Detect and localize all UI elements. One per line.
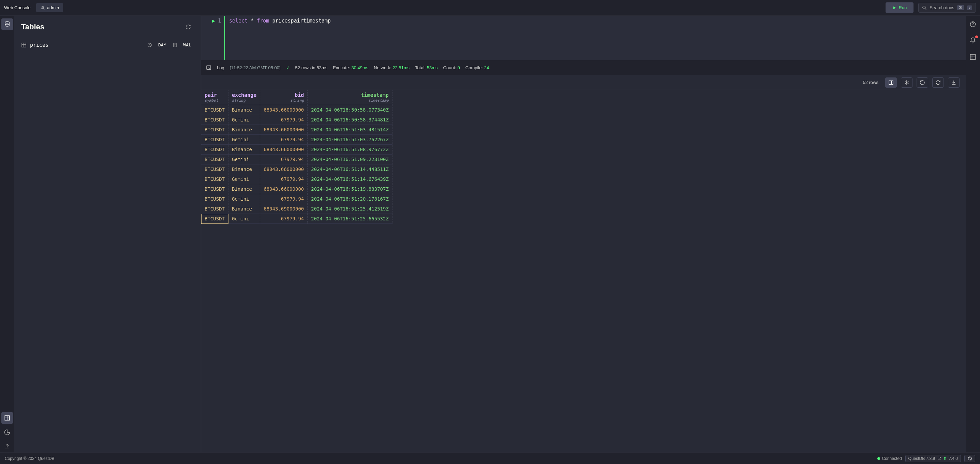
- column-header-exchange[interactable]: exchangestring: [229, 90, 260, 105]
- editor-pane: ▶1 select * from pricespairtimestamp Log…: [201, 16, 966, 453]
- cell[interactable]: Gemini: [229, 155, 260, 164]
- refresh-icon: [935, 80, 941, 85]
- table-row[interactable]: BTCUSDTGemini67979.942024-04-06T16:50:58…: [201, 115, 392, 125]
- table-item-prices[interactable]: prices DAY WAL: [14, 38, 201, 51]
- cell[interactable]: Binance: [229, 164, 260, 174]
- version-badge[interactable]: QuestDB 7.3.9 ⬆ 7.4.0: [905, 455, 961, 462]
- log-rowcount: 52 rows in 53ms: [295, 65, 328, 70]
- user-chip[interactable]: admin: [36, 3, 63, 12]
- nav-import[interactable]: [2, 441, 13, 453]
- cell[interactable]: Gemini: [229, 174, 260, 184]
- kbd-cmd: ⌘: [957, 5, 964, 10]
- log-bar: Log [11:52:22 AM GMT-05:00] ✓ 52 rows in…: [201, 60, 966, 75]
- cell[interactable]: 2024-04-06T16:51:20.178167Z: [307, 194, 393, 204]
- cell[interactable]: 2024-04-06T16:51:08.976772Z: [307, 145, 393, 155]
- cell[interactable]: BTCUSDT: [201, 105, 229, 115]
- cell[interactable]: BTCUSDT: [201, 194, 229, 204]
- search-docs[interactable]: Search docs ⌘ k: [918, 3, 976, 13]
- column-header-bid[interactable]: bidstring: [260, 90, 307, 105]
- cell[interactable]: 2024-04-06T16:51:03.762267Z: [307, 135, 393, 145]
- cell[interactable]: BTCUSDT: [201, 115, 229, 125]
- table-row[interactable]: BTCUSDTBinance68043.660000002024-04-06T1…: [201, 164, 392, 174]
- create-table-button[interactable]: [967, 51, 978, 63]
- download-csv-button[interactable]: [948, 77, 959, 88]
- notifications-button[interactable]: [967, 35, 978, 46]
- cell[interactable]: 68043.66000000: [260, 145, 307, 155]
- table-row[interactable]: BTCUSDTGemini67979.942024-04-06T16:51:25…: [201, 214, 392, 224]
- cell[interactable]: BTCUSDT: [201, 214, 229, 224]
- cell[interactable]: Binance: [229, 204, 260, 214]
- help-button[interactable]: [967, 18, 978, 30]
- cell[interactable]: Binance: [229, 125, 260, 135]
- cell[interactable]: 68043.69000000: [260, 204, 307, 214]
- nav-chart-view[interactable]: [2, 426, 13, 438]
- cell[interactable]: 2024-04-06T16:51:03.481514Z: [307, 125, 393, 135]
- column-header-pair[interactable]: pairsymbol: [201, 90, 229, 105]
- table-row[interactable]: BTCUSDTBinance68043.660000002024-04-06T1…: [201, 125, 392, 135]
- cell[interactable]: 2024-04-06T16:51:14.448511Z: [307, 164, 393, 174]
- run-line-icon[interactable]: ▶: [212, 18, 215, 24]
- cell[interactable]: Gemini: [229, 214, 260, 224]
- column-header-timestamp[interactable]: timestamptimestamp: [307, 90, 393, 105]
- table-row[interactable]: BTCUSDTBinance68043.660000002024-04-06T1…: [201, 184, 392, 194]
- cell[interactable]: BTCUSDT: [201, 174, 229, 184]
- cell[interactable]: BTCUSDT: [201, 184, 229, 194]
- cell[interactable]: 67979.94: [260, 115, 307, 125]
- cell[interactable]: Binance: [229, 184, 260, 194]
- nav-database[interactable]: [2, 18, 13, 30]
- run-button[interactable]: Run: [886, 2, 913, 13]
- cell[interactable]: 68043.66000000: [260, 164, 307, 174]
- cell[interactable]: BTCUSDT: [201, 155, 229, 164]
- database-icon: [4, 21, 10, 27]
- cell[interactable]: 2024-04-06T16:51:09.223100Z: [307, 155, 393, 164]
- refresh-tables-button[interactable]: [183, 21, 194, 33]
- cell[interactable]: 68043.66000000: [260, 125, 307, 135]
- cell[interactable]: 2024-04-06T16:51:19.883707Z: [307, 184, 393, 194]
- table-row[interactable]: BTCUSDTGemini67979.942024-04-06T16:51:20…: [201, 194, 392, 204]
- cell[interactable]: Gemini: [229, 194, 260, 204]
- cell[interactable]: 67979.94: [260, 155, 307, 164]
- cell[interactable]: BTCUSDT: [201, 125, 229, 135]
- cell[interactable]: Gemini: [229, 115, 260, 125]
- table-row[interactable]: BTCUSDTBinance68043.660000002024-04-06T1…: [201, 145, 392, 155]
- freeze-column-button[interactable]: [901, 77, 913, 88]
- cell[interactable]: 2024-04-06T16:50:58.077340Z: [307, 105, 393, 115]
- cell[interactable]: 67979.94: [260, 194, 307, 204]
- cell[interactable]: 67979.94: [260, 135, 307, 145]
- log-timestamp: [11:52:22 AM GMT-05:00]: [230, 65, 281, 70]
- snowflake-icon: [904, 80, 909, 85]
- cell[interactable]: 67979.94: [260, 214, 307, 224]
- cell[interactable]: Binance: [229, 105, 260, 115]
- search-icon: [922, 5, 927, 10]
- sidebar-heading: Tables: [21, 22, 45, 31]
- cell[interactable]: 68043.66000000: [260, 105, 307, 115]
- editor-code[interactable]: select * from pricespairtimestamp: [225, 16, 335, 60]
- connection-status: Connected: [877, 456, 902, 461]
- partition-badge: DAY: [156, 41, 169, 48]
- cell[interactable]: 68043.66000000: [260, 184, 307, 194]
- refresh-results-button[interactable]: [932, 77, 944, 88]
- cell[interactable]: BTCUSDT: [201, 145, 229, 155]
- cell[interactable]: BTCUSDT: [201, 164, 229, 174]
- cell[interactable]: 67979.94: [260, 174, 307, 184]
- table-row[interactable]: BTCUSDTBinance68043.660000002024-04-06T1…: [201, 105, 392, 115]
- cell[interactable]: BTCUSDT: [201, 204, 229, 214]
- table-row[interactable]: BTCUSDTGemini67979.942024-04-06T16:51:03…: [201, 135, 392, 145]
- cell[interactable]: 2024-04-06T16:50:58.374481Z: [307, 115, 393, 125]
- table-row[interactable]: BTCUSDTGemini67979.942024-04-06T16:51:09…: [201, 155, 392, 164]
- cell[interactable]: Binance: [229, 145, 260, 155]
- github-link[interactable]: [964, 455, 975, 462]
- sql-editor[interactable]: ▶1 select * from pricespairtimestamp: [201, 16, 966, 60]
- cell[interactable]: Gemini: [229, 135, 260, 145]
- table-row[interactable]: BTCUSDTGemini67979.942024-04-06T16:51:14…: [201, 174, 392, 184]
- cell[interactable]: 2024-04-06T16:51:14.676439Z: [307, 174, 393, 184]
- results-grid[interactable]: pairsymbolexchangestringbidstringtimesta…: [201, 90, 966, 453]
- table-row[interactable]: BTCUSDTBinance68043.690000002024-04-06T1…: [201, 204, 392, 214]
- reset-layout-button[interactable]: [916, 77, 928, 88]
- undo-icon: [920, 80, 925, 85]
- cell[interactable]: BTCUSDT: [201, 135, 229, 145]
- nav-grid-view[interactable]: [2, 412, 13, 424]
- cell[interactable]: 2024-04-06T16:51:25.665532Z: [307, 214, 393, 224]
- cell[interactable]: 2024-04-06T16:51:25.412519Z: [307, 204, 393, 214]
- toggle-side-panel-button[interactable]: [885, 77, 897, 88]
